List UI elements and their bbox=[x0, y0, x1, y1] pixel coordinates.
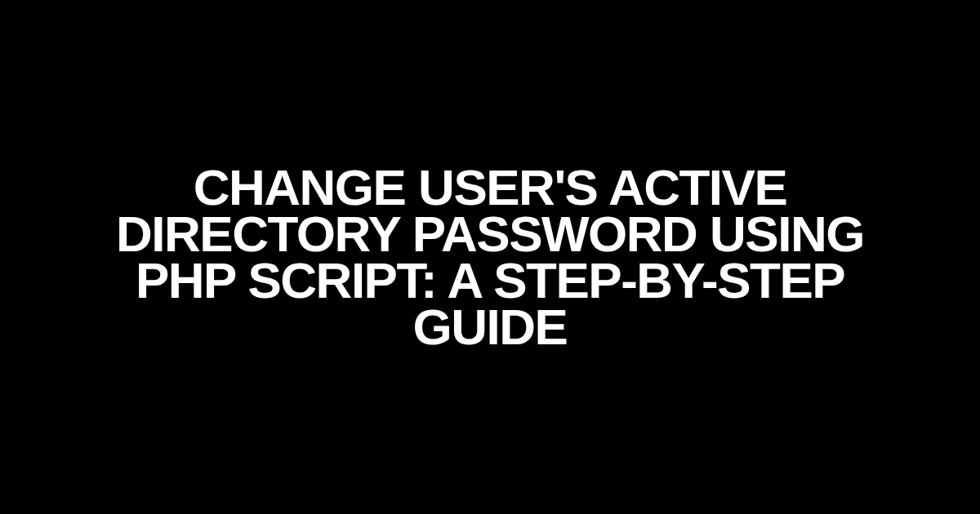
page-title: CHANGE USER'S ACTIVE DIRECTORY PASSWORD … bbox=[114, 164, 866, 350]
title-container: CHANGE USER'S ACTIVE DIRECTORY PASSWORD … bbox=[0, 164, 980, 350]
